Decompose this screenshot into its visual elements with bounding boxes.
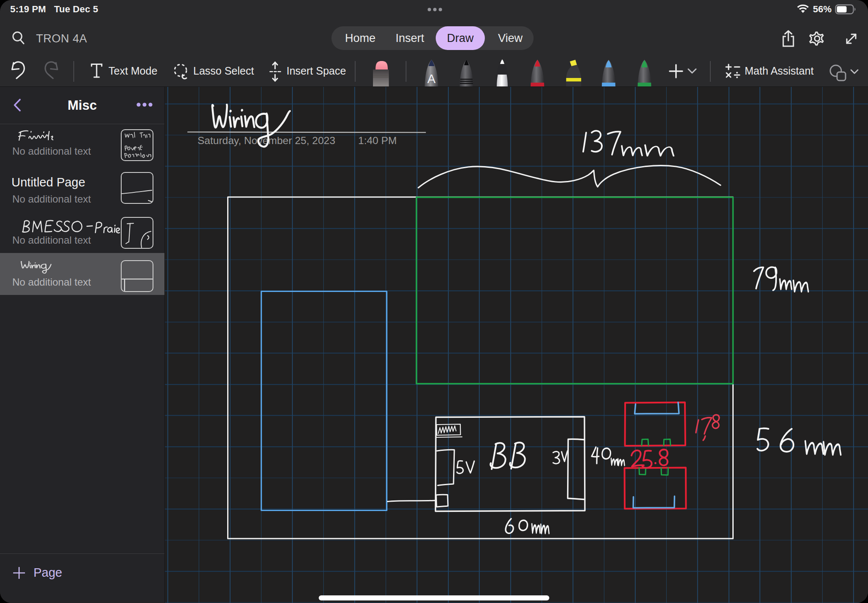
svg-text:A: A [427, 72, 436, 86]
